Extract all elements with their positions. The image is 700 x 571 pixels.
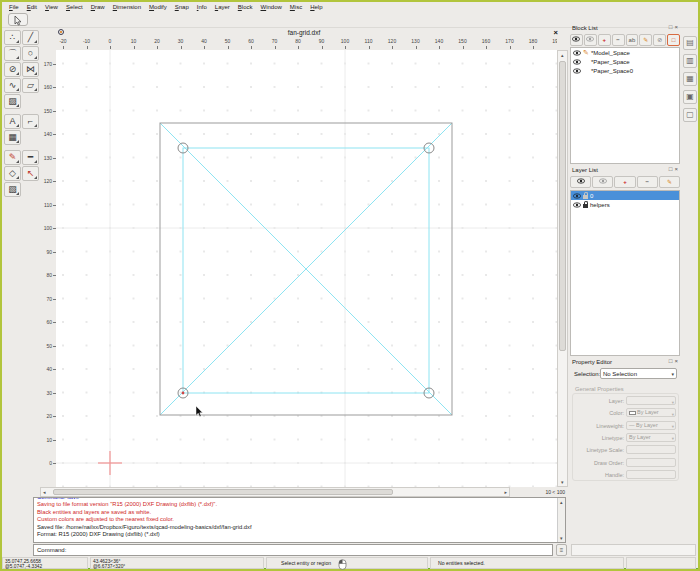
- rename-block-button[interactable]: ab: [626, 34, 639, 46]
- menu-edit[interactable]: Edit: [23, 4, 41, 10]
- block-list-item[interactable]: ✎*Model_Space: [571, 48, 679, 57]
- layer-list: 0helpers: [570, 190, 680, 356]
- menu-block[interactable]: Block: [234, 4, 257, 10]
- menu-help[interactable]: Help: [306, 4, 326, 10]
- add-layer-button[interactable]: +: [614, 176, 635, 188]
- menu-modify[interactable]: Modify: [145, 4, 171, 10]
- property-dropdown[interactable]: ▾: [626, 396, 676, 405]
- block-list-item[interactable]: *Paper_Space0: [571, 66, 679, 75]
- vertical-scrollbar[interactable]: ▴ ▾: [557, 50, 568, 487]
- property-dropdown[interactable]: By Layer▾: [626, 408, 676, 417]
- image-tool-button[interactable]: ▦: [4, 130, 21, 145]
- block-list-item[interactable]: *Paper_Space: [571, 57, 679, 66]
- edit-block-button[interactable]: ✎: [639, 34, 652, 46]
- menu-layer[interactable]: Layer: [211, 4, 234, 10]
- toggle-layer-list-button[interactable]: ▥: [683, 54, 697, 68]
- measure-tools-button[interactable]: ━: [22, 150, 39, 165]
- property-input[interactable]: [626, 445, 676, 454]
- scroll-left-icon[interactable]: ◂: [43, 488, 46, 496]
- layer-list-close-button[interactable]: ×: [673, 166, 679, 172]
- polyline-tools-button[interactable]: ∿: [4, 78, 21, 93]
- vertical-ruler: 1701601501401301201101009080706050403020…: [40, 50, 56, 487]
- menu-file[interactable]: File: [5, 4, 23, 10]
- circle-tools-button[interactable]: ○: [22, 46, 39, 61]
- property-dropdown[interactable]: — By Layer▾: [626, 421, 676, 430]
- block-edit-tools-button[interactable]: ◇: [4, 166, 21, 181]
- layer-list-item[interactable]: helpers: [571, 200, 679, 209]
- close-block-edit-button[interactable]: □: [667, 34, 680, 46]
- v-ruler-label: 50: [46, 343, 52, 349]
- add-block-button[interactable]: +: [598, 34, 611, 46]
- scroll-up-icon[interactable]: ▴: [560, 498, 563, 506]
- v-ruler-label: 30: [46, 390, 52, 396]
- property-dropdown[interactable]: By Layer▾: [626, 433, 676, 442]
- hide-all-blocks-button[interactable]: [584, 34, 597, 46]
- block-list-close-button[interactable]: ×: [673, 24, 679, 30]
- spline-tools-button[interactable]: ⋈: [22, 62, 39, 77]
- hatch-tool-button[interactable]: ▨: [4, 94, 21, 109]
- lock-icon[interactable]: [583, 195, 588, 199]
- eye-icon: [577, 178, 585, 184]
- arc-tools-button[interactable]: ⌒: [4, 46, 21, 61]
- vertical-scrollbar-thumb[interactable]: [559, 61, 566, 351]
- hint-text: Select entity or region: [281, 561, 331, 567]
- chevron-down-icon: ▾: [671, 371, 674, 377]
- h-ruler-label: 30: [178, 38, 184, 44]
- toggle-property-editor-button[interactable]: ▢: [683, 108, 697, 122]
- command-history[interactable]: Command: saveSaving to file format versi…: [33, 497, 566, 543]
- horizontal-scrollbar-thumb[interactable]: [53, 489, 393, 495]
- menu-misc[interactable]: Misc: [286, 4, 306, 10]
- property-input[interactable]: [626, 458, 676, 467]
- show-all-blocks-button[interactable]: [570, 34, 583, 46]
- menu-window[interactable]: Window: [256, 4, 285, 10]
- property-row: Color:By Layer▾: [570, 408, 680, 418]
- property-row: Handle:: [570, 470, 680, 480]
- menu-dimension[interactable]: Dimension: [109, 4, 145, 10]
- selection-pointer-button[interactable]: [8, 13, 28, 26]
- scroll-up-icon[interactable]: ▴: [561, 51, 564, 59]
- horizontal-scrollbar[interactable]: ◂ ▸: [40, 487, 510, 497]
- menu-info[interactable]: Info: [193, 4, 211, 10]
- h-ruler-label: 0: [109, 38, 112, 44]
- command-options-button[interactable]: ≡: [556, 544, 567, 556]
- property-input[interactable]: [626, 470, 676, 479]
- dimension-tools-button[interactable]: ⌐: [22, 114, 39, 129]
- selection-tools-button[interactable]: ↖: [22, 166, 39, 181]
- toggle-library-browser-button[interactable]: ▦: [683, 72, 697, 86]
- hide-all-layers-button[interactable]: [592, 176, 613, 188]
- point-tools-button[interactable]: ∴: [4, 30, 21, 45]
- command-history-scrollbar[interactable]: ▴ ▾: [557, 498, 565, 542]
- ellipse-tools-button[interactable]: ⊘: [4, 62, 21, 77]
- command-input[interactable]: Command:: [33, 544, 553, 556]
- layer-list-item[interactable]: 0: [571, 191, 679, 200]
- remove-layer-button[interactable]: −: [637, 176, 658, 188]
- remove-block-button[interactable]: −: [612, 34, 625, 46]
- shape-tools-button[interactable]: ▱: [22, 78, 39, 93]
- property-editor-close-button[interactable]: ×: [673, 358, 679, 364]
- scroll-down-icon[interactable]: ▾: [561, 478, 564, 486]
- eye-icon: [573, 50, 581, 56]
- modify-tools-button[interactable]: ✎: [4, 150, 21, 165]
- selection-dropdown[interactable]: No Selection ▾: [600, 368, 677, 379]
- edit-layer-button[interactable]: ✎: [659, 176, 680, 188]
- eye-icon: [573, 59, 581, 65]
- toggle-command-line-button[interactable]: ▣: [683, 90, 697, 104]
- line-tools-button[interactable]: ╱: [22, 30, 39, 45]
- snap-point-indicator: [182, 392, 185, 395]
- edit-block-reference-button[interactable]: ⊘: [653, 34, 666, 46]
- scroll-down-icon[interactable]: ▾: [560, 534, 563, 542]
- solid-tools-button[interactable]: ▧: [4, 182, 21, 197]
- menu-select[interactable]: Select: [62, 4, 87, 10]
- drawing-canvas[interactable]: [56, 50, 557, 487]
- lock-icon[interactable]: [583, 204, 588, 208]
- document-close-button[interactable]: ×: [554, 28, 558, 37]
- menu-draw[interactable]: Draw: [87, 4, 109, 10]
- status-selection: No entities selected.: [430, 557, 624, 569]
- menu-snap[interactable]: Snap: [171, 4, 193, 10]
- text-tool-button[interactable]: A: [4, 114, 21, 129]
- v-ruler-label: 170: [44, 61, 52, 67]
- toggle-block-list-button[interactable]: ▤: [683, 36, 697, 50]
- show-all-layers-button[interactable]: [570, 176, 591, 188]
- scroll-right-icon[interactable]: ▸: [504, 488, 507, 496]
- menu-view[interactable]: View: [41, 4, 62, 10]
